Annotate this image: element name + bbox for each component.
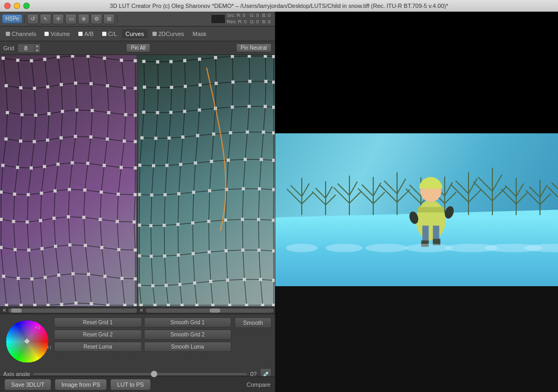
smooth-grid-1-button[interactable]: Smooth Grid 1 <box>144 317 232 327</box>
tab-dot-channels <box>6 32 10 36</box>
src-b: B: 0 <box>262 13 271 19</box>
tab-cl[interactable]: C/L <box>98 29 121 39</box>
res-r: Res: R: 0 <box>227 19 247 25</box>
scroll-cross-left[interactable]: ✕ <box>1 307 7 313</box>
tabs-row: Channels Volume A/B C/L Curves 2DCurves <box>0 26 275 41</box>
crosshair-icon[interactable]: ✛ <box>52 14 64 24</box>
toolbar: HSPe ↺ ↖ ✛ ▭ ⊕ ⚙ ⊞ Src: R: 0 Res: R: 0 G… <box>0 12 275 26</box>
save-3dlut-button[interactable]: Save 3DLUT <box>4 379 51 390</box>
src-b-info: B: 0 B: 0 <box>262 13 271 25</box>
tab-2dcurves[interactable]: 2DCurves <box>149 29 188 39</box>
smooth-button[interactable]: Smooth <box>235 317 272 328</box>
smooth-grid-2-button[interactable]: Smooth Grid 2 <box>144 330 232 340</box>
tab-mask[interactable]: Mask <box>189 29 210 39</box>
hsp-wheel-canvas[interactable] <box>3 317 51 365</box>
res-g: G: 0 <box>250 19 259 25</box>
lut-to-ps-button[interactable]: LUT to PS <box>110 379 151 390</box>
preview-image-area <box>275 133 558 286</box>
smooth-luma-button[interactable]: Smooth Luma <box>144 342 232 352</box>
scroll-thumb-right[interactable] <box>210 308 220 313</box>
grid-controls: Grid ▲ ▼ Pin All Pin Neutral <box>0 41 275 55</box>
pointer-icon[interactable]: ↖ <box>40 14 51 24</box>
src-g-info: G: 0 G: 0 <box>250 13 259 25</box>
tab-volume[interactable]: Volume <box>41 29 74 39</box>
reset-luma-button[interactable]: Reset Luma <box>54 342 142 352</box>
tab-curves[interactable]: Curves <box>122 29 148 39</box>
zoom-icon[interactable]: ⊕ <box>78 14 89 24</box>
preview-top-black <box>275 12 558 133</box>
src-info: Src: R: 0 Res: R: 0 <box>227 13 247 25</box>
right-panel <box>275 12 558 392</box>
grid-value-input[interactable] <box>18 45 34 51</box>
window-title: 3D LUT Creator Pro (c) Oleg Sharonov *DE… <box>110 3 448 9</box>
tab-channels[interactable]: Channels <box>2 29 40 39</box>
tab-ab[interactable]: A/B <box>75 29 97 39</box>
pin-all-button[interactable]: Pin All <box>126 43 150 52</box>
grid-btn-row-2: Reset Grid 2 Smooth Grid 2 <box>54 330 231 340</box>
grid-action-buttons: Reset Grid 1 Smooth Grid 1 Reset Grid 2 … <box>54 317 231 352</box>
grid-icon[interactable]: ⊞ <box>103 14 115 24</box>
bottom-controls: Reset Grid 1 Smooth Grid 1 Reset Grid 2 … <box>0 314 275 376</box>
compare-button[interactable]: Compare <box>247 381 271 388</box>
minimize-button[interactable] <box>14 3 20 9</box>
reset-grid-2-button[interactable]: Reset Grid 2 <box>54 330 142 340</box>
tab-dot-2dcurves <box>152 32 157 36</box>
color-preview <box>211 14 226 24</box>
grid-spinner[interactable]: ▲ ▼ <box>17 43 41 53</box>
src-r: Src: R: 0 <box>227 13 247 19</box>
reset-grid-1-button[interactable]: Reset Grid 1 <box>54 317 142 327</box>
preview-bottom-black <box>275 286 558 392</box>
axis-angle-slider[interactable] <box>33 373 247 375</box>
tab-dot-volume <box>44 32 49 36</box>
toolbar-separator <box>24 15 25 23</box>
spin-down[interactable]: ▼ <box>34 48 40 53</box>
titlebar: 3D LUT Creator Pro (c) Oleg Sharonov *DE… <box>0 0 558 12</box>
spin-arrows: ▲ ▼ <box>34 43 40 53</box>
axis-angle-thumb[interactable] <box>151 371 157 377</box>
res-b: B: 0 <box>262 19 271 25</box>
toolbar-separator-2 <box>117 15 118 23</box>
grid-canvas[interactable] <box>0 55 275 306</box>
scroll-track-left[interactable] <box>8 308 137 313</box>
bottom-top-row: Reset Grid 1 Smooth Grid 1 Reset Grid 2 … <box>3 317 272 365</box>
grid-btn-row-1: Reset Grid 1 Smooth Grid 1 <box>54 317 231 327</box>
titlebar-buttons <box>4 3 30 9</box>
scroll-track-right[interactable] <box>146 308 274 313</box>
main-layout: HSPe ↺ ↖ ✛ ▭ ⊕ ⚙ ⊞ Src: R: 0 Res: R: 0 G… <box>0 12 558 392</box>
pin-neutral-button[interactable]: Pin Neutral <box>236 43 272 52</box>
close-button[interactable] <box>4 3 11 9</box>
preview-canvas <box>275 133 558 286</box>
maximize-button[interactable] <box>23 3 30 9</box>
src-g: G: 0 <box>250 13 259 19</box>
bottom-bar: Save 3DLUT Image from PS LUT to PS Compa… <box>0 376 275 392</box>
image-from-ps-button[interactable]: Image from PS <box>55 379 107 390</box>
grid-label: Grid <box>3 45 14 51</box>
hsp-mode-button[interactable]: HSPe <box>2 14 22 23</box>
scroll-cross-right[interactable]: ✕ <box>138 307 145 313</box>
grid-canvas-area[interactable] <box>0 55 275 306</box>
spin-up[interactable]: ▲ <box>34 43 40 48</box>
canvas-scrollbar: ✕ ✕ <box>0 306 275 314</box>
hsp-wheel[interactable] <box>3 317 51 365</box>
tab-dot-ab <box>78 32 83 36</box>
rotate-icon[interactable]: ↺ <box>27 14 39 24</box>
left-panel: HSPe ↺ ↖ ✛ ▭ ⊕ ⚙ ⊞ Src: R: 0 Res: R: 0 G… <box>0 12 275 392</box>
settings-icon[interactable]: ⚙ <box>91 14 102 24</box>
grid-btn-row-3: Reset Luma Smooth Luma <box>54 342 231 352</box>
tab-dot-cl <box>102 32 106 36</box>
scroll-thumb-left[interactable] <box>11 308 22 313</box>
select-icon[interactable]: ▭ <box>65 14 77 24</box>
